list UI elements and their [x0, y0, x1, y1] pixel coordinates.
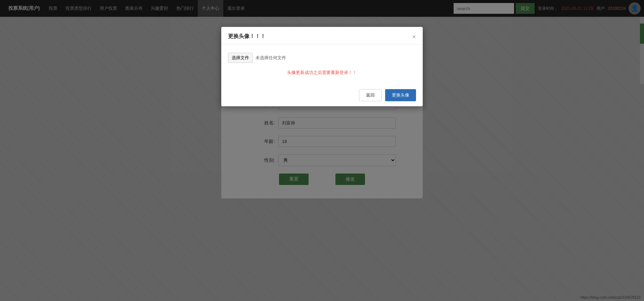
modal-dialog: 更换头像！！！ × 选择文件 未选择任何文件 头像更新成功之后需要重新登录！！ … — [221, 27, 423, 106]
modal-overlay: 更换头像！！！ × 选择文件 未选择任何文件 头像更新成功之后需要重新登录！！ … — [0, 0, 644, 301]
confirm-change-avatar-button[interactable]: 更换头像 — [385, 89, 416, 101]
no-file-text: 未选择任何文件 — [256, 55, 286, 61]
modal-header: 更换头像！！！ × — [221, 27, 423, 44]
file-input-row: 选择文件 未选择任何文件 — [228, 53, 416, 63]
choose-file-button[interactable]: 选择文件 — [228, 53, 253, 63]
modal-notice: 头像更新成功之后需要重新登录！！ — [228, 70, 416, 76]
modal-body: 选择文件 未选择任何文件 头像更新成功之后需要重新登录！！ — [221, 44, 423, 84]
return-button[interactable]: 返回 — [359, 89, 382, 101]
modal-close-button[interactable]: × — [412, 33, 416, 40]
modal-footer: 返回 更换头像 — [221, 84, 423, 106]
modal-title: 更换头像！！！ — [228, 33, 266, 40]
